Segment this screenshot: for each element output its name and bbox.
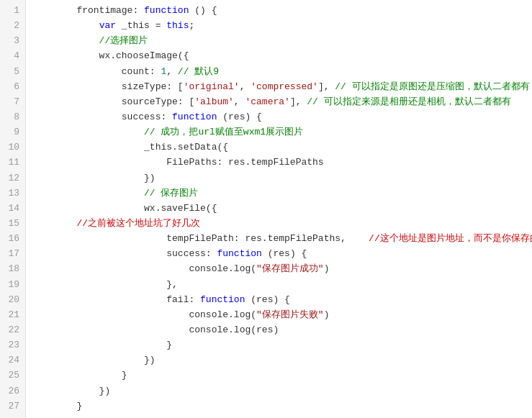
code-line: wx.chooseImage({ <box>32 48 526 63</box>
code-line: //选择图片 <box>32 33 526 48</box>
line-number: 17 <box>6 246 19 261</box>
line-number: 19 <box>6 277 19 292</box>
code-line: }) <box>32 171 526 186</box>
code-line: count: 1, // 默认9 <box>32 64 526 79</box>
code-line: } <box>32 337 526 353</box>
code-line: }, <box>32 277 526 292</box>
code-line: _this.setData({ <box>32 140 526 155</box>
line-number: 25 <box>6 368 19 383</box>
line-number: 20 <box>6 292 19 307</box>
code-line: success: function (res) { <box>32 109 526 124</box>
line-number: 5 <box>6 64 19 79</box>
line-number: 18 <box>6 261 19 276</box>
line-number: 10 <box>6 140 19 155</box>
code-line: sizeType: ['original', 'compressed'], //… <box>32 79 526 94</box>
line-number: 27 <box>6 399 19 414</box>
code-line: } <box>32 368 526 383</box>
line-number: 21 <box>6 307 19 322</box>
code-content[interactable]: frontimage: function () { var _this = th… <box>26 0 532 418</box>
line-number: 15 <box>6 216 19 231</box>
code-editor: 1234567891011121314151617181920212223242… <box>0 0 532 418</box>
code-line: sourceType: ['album', 'camera'], // 可以指定… <box>32 94 526 109</box>
line-number: 13 <box>6 186 19 201</box>
line-number: 4 <box>6 48 19 63</box>
line-number: 16 <box>6 231 19 246</box>
line-number: 3 <box>6 33 19 48</box>
line-number: 9 <box>6 124 19 140</box>
code-line: success: function (res) { <box>32 246 526 261</box>
code-line: var _this = this; <box>32 18 526 33</box>
line-number: 1 <box>6 3 19 18</box>
code-line: fail: function (res) { <box>32 292 526 307</box>
line-number: 14 <box>6 201 19 216</box>
code-line: console.log("保存图片失败") <box>32 307 526 322</box>
line-number: 22 <box>6 322 19 337</box>
code-line: console.log(res) <box>32 322 526 337</box>
code-line: console.log("保存图片成功") <box>32 261 526 276</box>
code-line: // 保存图片 <box>32 186 526 201</box>
code-line: }) <box>32 353 526 368</box>
line-number: 2 <box>6 18 19 33</box>
code-line: tempFilePath: res.tempFilePaths, //这个地址是… <box>32 231 526 246</box>
line-number: 12 <box>6 171 19 186</box>
line-number: 7 <box>6 94 19 109</box>
line-number: 11 <box>6 155 19 170</box>
line-number: 6 <box>6 79 19 94</box>
line-number: 26 <box>6 383 19 399</box>
code-line: frontimage: function () { <box>32 3 526 18</box>
line-number: 24 <box>6 353 19 368</box>
code-line: //之前被这个地址坑了好几次 <box>32 216 526 231</box>
code-line: FilePaths: res.tempFilePaths <box>32 155 526 170</box>
code-line: wx.saveFile({ <box>32 201 526 216</box>
line-number: 23 <box>6 337 19 353</box>
line-number: 8 <box>6 109 19 124</box>
code-line: }) <box>32 383 526 399</box>
code-line: // 成功，把url赋值至wxm1展示图片 <box>32 124 526 140</box>
code-line: } <box>32 399 526 414</box>
line-numbers: 1234567891011121314151617181920212223242… <box>0 0 26 418</box>
